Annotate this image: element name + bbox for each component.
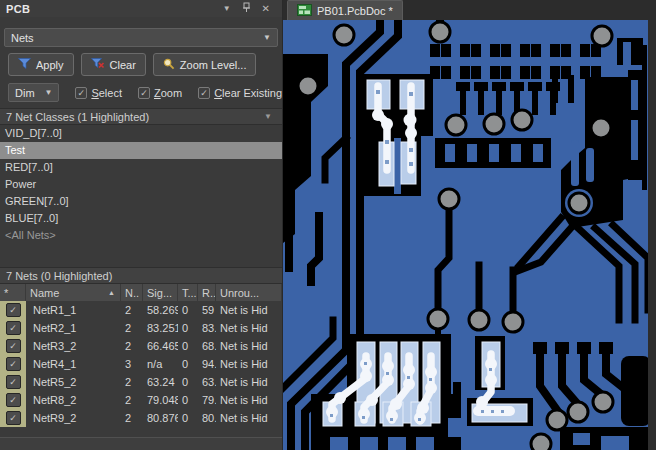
zoom-level-button[interactable]: Zoom Level... (153, 53, 257, 76)
dim-mode-select[interactable]: Dim ▼ (8, 83, 59, 102)
panel-titlebar: PCB ▼ ✕ (0, 0, 282, 17)
clear-funnel-icon (91, 58, 105, 71)
net-track: 0 (178, 358, 198, 370)
net-unrouted: Net is Hid (216, 412, 282, 424)
col-name[interactable]: Name ▲ (26, 284, 121, 301)
pcb-document-icon (297, 4, 312, 18)
checkbox-check-icon: ✓ (75, 87, 87, 99)
col-routed[interactable]: R... (198, 284, 216, 301)
dim-mode-value: Dim (15, 87, 35, 99)
magnifier-icon (163, 58, 175, 72)
panel-splitter[interactable] (0, 437, 282, 450)
net-enabled-cell[interactable]: ✓ (0, 391, 26, 409)
clear-button[interactable]: Clear (81, 53, 146, 76)
nets-header-label: 7 Nets (0 Highlighted) (6, 270, 112, 282)
net-name: NetR4_1 (26, 358, 121, 370)
net-name: NetR2_1 (26, 322, 121, 334)
net-classes-header-label: 7 Net Classes (1 Highlighted) (6, 111, 149, 123)
table-row[interactable]: ✓ NetR5_2 2 63.24 0 63. Net is Hid (0, 373, 282, 391)
pin-icon[interactable] (242, 2, 251, 15)
table-row[interactable]: ✓ NetR3_2 2 66.465 0 68. Net is Hid (0, 337, 282, 355)
net-signal: 79.048 (143, 394, 178, 406)
net-name: NetR3_2 (26, 340, 121, 352)
checkbox-check-icon: ✓ (6, 411, 21, 425)
select-checkbox[interactable]: ✓ Select (75, 87, 122, 99)
checkbox-check-icon: ✓ (6, 393, 21, 407)
document-area: PB01.PcbDoc * (283, 0, 656, 450)
net-enabled-cell[interactable]: ✓ (0, 319, 26, 337)
table-row[interactable]: ✓ NetR8_2 2 79.048 0 79. Net is Hid (0, 391, 282, 409)
clear-existing-checkbox[interactable]: ✓ Clear Existing (198, 87, 282, 99)
net-class-item[interactable]: Power (0, 176, 282, 193)
net-routed: 68. (198, 340, 216, 352)
net-class-list: VID_D[7..0] Test RED[7..0] Power GREEN[7… (0, 125, 282, 244)
net-track: 0 (178, 304, 198, 316)
table-row[interactable]: ✓ NetR4_1 3 n/a 0 94. Net is Hid (0, 355, 282, 373)
apply-label: Apply (36, 59, 64, 71)
net-class-item-all-nets[interactable]: <All Nets> (0, 227, 282, 244)
chevron-down-icon: ▼ (263, 33, 271, 42)
document-tab-bar: PB01.PcbDoc * (283, 0, 656, 20)
net-signal: 66.465 (143, 340, 178, 352)
col-name-label: Name (30, 287, 59, 299)
net-track: 0 (178, 394, 198, 406)
net-track: 0 (178, 376, 198, 388)
net-track: 0 (178, 340, 198, 352)
net-signal: 63.24 (143, 376, 178, 388)
checkbox-check-icon: ✓ (6, 303, 21, 317)
net-name: NetR9_2 (26, 412, 121, 424)
net-enabled-cell[interactable]: ✓ (0, 301, 26, 319)
pcb-editor-canvas[interactable] (283, 20, 656, 450)
zoom-checkbox[interactable]: ✓ Zoom (138, 87, 182, 99)
panel-mode-select[interactable]: Nets ▼ (4, 28, 278, 47)
tab-label: PB01.PcbDoc * (317, 5, 393, 17)
net-enabled-cell[interactable]: ✓ (0, 337, 26, 355)
col-star[interactable]: * (0, 284, 26, 301)
net-unrouted: Net is Hid (216, 376, 282, 388)
clear-label: Clear (110, 59, 136, 71)
net-class-item[interactable]: BLUE[7..0] (0, 210, 282, 227)
net-enabled-cell[interactable]: ✓ (0, 355, 26, 373)
net-class-item[interactable]: VID_D[7..0] (0, 125, 282, 142)
chevron-down-icon: ▼ (264, 112, 276, 121)
net-nodes: 2 (121, 340, 143, 352)
net-routed: 94. (198, 358, 216, 370)
net-unrouted: Net is Hid (216, 322, 282, 334)
net-name: NetR8_2 (26, 394, 121, 406)
zoom-level-label: Zoom Level... (180, 59, 247, 71)
nets-header[interactable]: 7 Nets (0 Highlighted) (0, 267, 282, 284)
checkbox-check-icon: ✓ (6, 375, 21, 389)
tab-pb01-pcbdoc[interactable]: PB01.PcbDoc * (287, 0, 403, 20)
net-class-item-selected[interactable]: Test (0, 142, 282, 159)
net-classes-header[interactable]: 7 Net Classes (1 Highlighted) ▼ (0, 108, 282, 125)
net-unrouted: Net is Hid (216, 394, 282, 406)
net-unrouted: Net is Hid (216, 304, 282, 316)
col-signal[interactable]: Sig... (143, 284, 178, 301)
net-class-item[interactable]: GREEN[7..0] (0, 193, 282, 210)
net-nodes: 2 (121, 322, 143, 334)
net-unrouted: Net is Hid (216, 340, 282, 352)
net-routed: 63. (198, 376, 216, 388)
net-track: 0 (178, 322, 198, 334)
net-class-item[interactable]: RED[7..0] (0, 159, 282, 176)
col-unrouted[interactable]: Unrou... (216, 284, 282, 301)
pcb-panel: PCB ▼ ✕ Nets ▼ Apply (0, 0, 283, 450)
col-track[interactable]: T... (178, 284, 198, 301)
net-enabled-cell[interactable]: ✓ (0, 409, 26, 427)
table-row[interactable]: ✓ NetR2_1 2 83.251 0 83. Net is Hid (0, 319, 282, 337)
table-row[interactable]: ✓ NetR9_2 2 80.876 0 80. Net is Hid (0, 409, 282, 427)
nets-table-body: ✓ NetR1_1 2 58.269 0 59 Net is Hid ✓ Net… (0, 301, 282, 427)
net-nodes: 3 (121, 358, 143, 370)
panel-dropdown-icon[interactable]: ▼ (223, 5, 231, 13)
net-routed: 80. (198, 412, 216, 424)
net-enabled-cell[interactable]: ✓ (0, 373, 26, 391)
altium-workspace: PCB ▼ ✕ Nets ▼ Apply (0, 0, 656, 450)
panel-mode-value: Nets (11, 32, 34, 44)
net-nodes: 2 (121, 412, 143, 424)
pcb-board-graphic (283, 20, 656, 450)
close-icon[interactable]: ✕ (262, 4, 270, 14)
col-nodes[interactable]: N.. (121, 284, 143, 301)
nets-table-header: * Name ▲ N.. Sig... T... R... Unrou... (0, 284, 282, 301)
table-row[interactable]: ✓ NetR1_1 2 58.269 0 59 Net is Hid (0, 301, 282, 319)
apply-button[interactable]: Apply (8, 53, 74, 76)
